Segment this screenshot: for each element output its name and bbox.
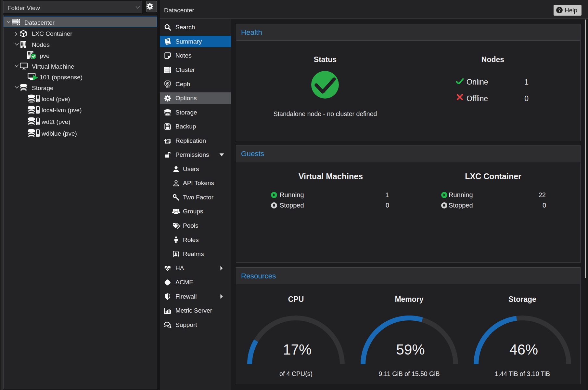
svg-text:?: ?: [558, 7, 561, 13]
